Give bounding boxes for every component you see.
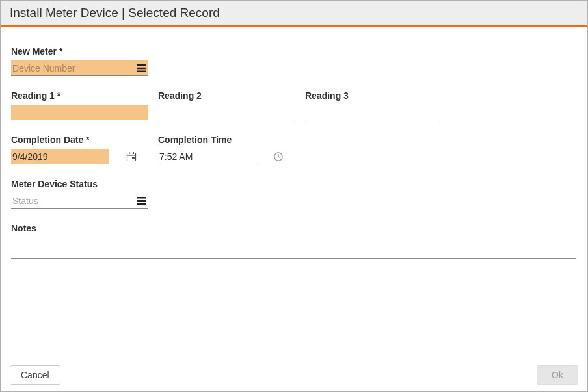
svg-rect-6: [133, 152, 135, 154]
label-meter-status: Meter Device Status: [11, 179, 148, 189]
field-reading2: Reading 2: [158, 90, 295, 120]
svg-rect-2: [137, 70, 146, 72]
input-wrap-reading2: [158, 105, 295, 120]
svg-rect-12: [137, 200, 146, 202]
dialog-window: Install Meter Device | Selected Record N…: [0, 0, 588, 392]
label-reading2: Reading 2: [158, 90, 295, 101]
notes-input[interactable]: [11, 241, 576, 259]
reading1-input[interactable]: [12, 105, 146, 120]
svg-rect-7: [132, 157, 135, 159]
input-wrap-completion-date: [11, 149, 109, 164]
label-reading3: Reading 3: [305, 90, 442, 101]
meter-status-input[interactable]: [12, 194, 136, 208]
label-new-meter: New Meter *: [11, 46, 148, 57]
clock-icon[interactable]: [273, 151, 284, 162]
dialog-title: Install Meter Device | Selected Record: [10, 6, 220, 20]
field-notes: Notes: [11, 223, 576, 259]
label-reading1: Reading 1 *: [11, 90, 148, 101]
svg-line-10: [278, 157, 280, 158]
svg-rect-0: [137, 64, 146, 66]
dialog-titlebar: Install Meter Device | Selected Record: [1, 1, 587, 27]
field-reading1: Reading 1 *: [11, 90, 148, 120]
svg-rect-5: [129, 152, 130, 154]
label-completion-date: Completion Date *: [11, 135, 148, 145]
dialog-footer: Cancel Ok: [1, 359, 587, 391]
new-meter-input[interactable]: [12, 61, 136, 75]
completion-date-input[interactable]: [12, 150, 126, 164]
svg-rect-11: [137, 197, 146, 199]
field-reading3: Reading 3: [305, 90, 442, 120]
field-completion-time: Completion Time: [158, 135, 256, 164]
input-wrap-reading1: [11, 105, 148, 120]
field-meter-status: Meter Device Status: [11, 179, 148, 209]
field-completion-date: Completion Date *: [11, 135, 148, 164]
input-wrap-new-meter: [11, 60, 148, 76]
svg-rect-13: [137, 203, 146, 205]
list-icon[interactable]: [136, 196, 146, 206]
reading2-input[interactable]: [159, 105, 293, 120]
input-wrap-reading3: [305, 105, 442, 120]
field-new-meter: New Meter *: [11, 46, 148, 76]
label-notes: Notes: [11, 223, 576, 233]
completion-time-input[interactable]: [159, 150, 273, 164]
calendar-icon[interactable]: [126, 151, 137, 162]
svg-rect-1: [137, 67, 146, 69]
label-completion-time: Completion Time: [158, 135, 256, 145]
dialog-content: New Meter * Reading 1 * Reading 2: [1, 27, 587, 391]
list-icon[interactable]: [136, 63, 146, 73]
cancel-button[interactable]: Cancel: [10, 365, 60, 385]
input-wrap-completion-time: [158, 149, 256, 164]
reading3-input[interactable]: [306, 105, 440, 120]
input-wrap-meter-status: [11, 193, 148, 209]
ok-button[interactable]: Ok: [537, 365, 578, 385]
